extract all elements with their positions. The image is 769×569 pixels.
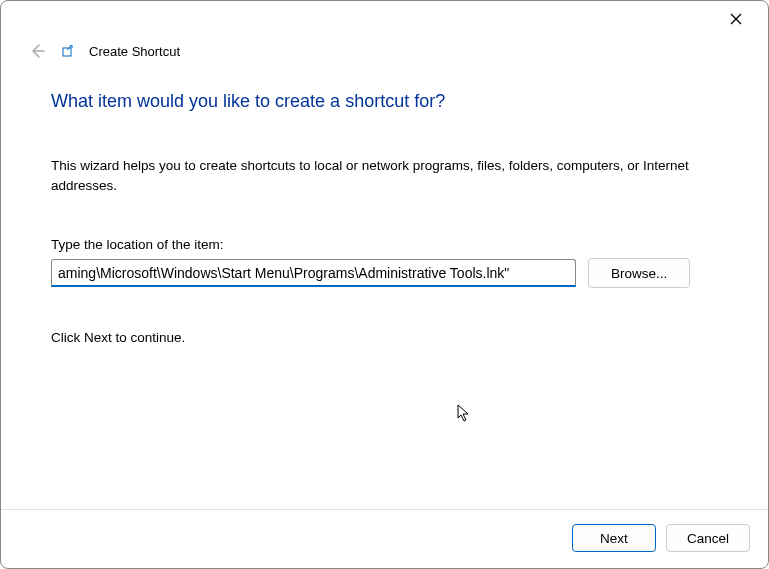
header-row: Create Shortcut (1, 37, 768, 69)
content-area: What item would you like to create a sho… (1, 69, 768, 509)
next-button[interactable]: Next (572, 524, 656, 552)
footer: Next Cancel (1, 509, 768, 568)
titlebar (1, 1, 768, 37)
input-row: Browse... (51, 258, 718, 288)
location-label: Type the location of the item: (51, 237, 718, 252)
main-heading: What item would you like to create a sho… (51, 91, 718, 112)
continue-text: Click Next to continue. (51, 330, 718, 345)
wizard-description: This wizard helps you to create shortcut… (51, 156, 691, 195)
wizard-dialog: Create Shortcut What item would you like… (0, 0, 769, 569)
browse-button[interactable]: Browse... (588, 258, 690, 288)
dialog-title: Create Shortcut (89, 44, 180, 59)
close-button[interactable] (716, 5, 756, 33)
location-input[interactable] (51, 259, 576, 287)
close-icon (730, 13, 742, 25)
svg-rect-2 (63, 48, 71, 56)
back-arrow-icon (29, 43, 45, 59)
shortcut-icon (61, 44, 75, 58)
cancel-button[interactable]: Cancel (666, 524, 750, 552)
back-button[interactable] (25, 43, 49, 59)
